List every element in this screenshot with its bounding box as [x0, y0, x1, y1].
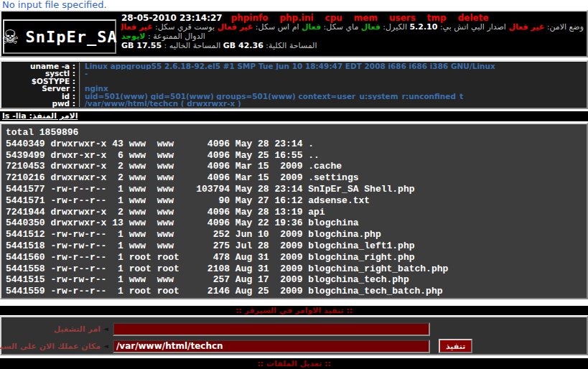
system-info-panel: uname -a : Linux appgroup55 2.6.18-92.el…	[0, 60, 588, 109]
command-form-panel: امر التشغيل ◄ مكان عملك الان على السيرفر…	[0, 316, 588, 355]
arrow-icon: ◄	[103, 343, 108, 350]
sysinfo-value-uname: Linux appgroup55 2.6.18-92.el5 #1 SMP Tu…	[80, 62, 587, 70]
disabled-functions-value: لايوجد	[121, 32, 146, 41]
disk-total-value: GB 42.36	[223, 41, 263, 50]
edit-files-section-header: :: تعديل الملفات ::	[0, 358, 588, 369]
curl-value: فعال	[361, 22, 381, 32]
sysinfo-value-sysctl: -	[80, 70, 587, 77]
arrow-icon: ◄	[103, 326, 108, 332]
sysinfo-value-id: uid=501(www) gid=501(www) groups=501(www…	[80, 93, 587, 100]
mysql-value: فعال	[302, 22, 321, 32]
listing-line: 7241944 drwxrwxr-x 2 www www 4096 May 28…	[6, 207, 587, 218]
skull-icon: ☠	[1, 27, 19, 47]
nav-link-delete[interactable]: delete	[458, 13, 489, 23]
php-version-label: اصدار البي اتش بي:	[437, 22, 508, 32]
listing-line: 7210216 drwxrwxr-x 2 www www 4096 Mar 15…	[6, 172, 587, 184]
datetime: 28-05-2010 23:14:27	[121, 13, 223, 23]
listing-line: 5439499 drwxr-xr-x 6 www www 4096 May 25…	[6, 150, 587, 162]
run-command-input[interactable]	[113, 322, 430, 336]
listing-line: 5441518 -rw-rw-r-- 1 www www 275 Jul 28 …	[6, 240, 587, 252]
nav-link-tmp[interactable]: tmp	[427, 13, 447, 23]
nav-link-mem[interactable]: mem	[354, 13, 378, 23]
disk-free-label: المساحة الخاليه :	[162, 41, 223, 50]
mssql-label: ام اس سكل:	[253, 22, 302, 32]
safe-mode-label: وضع الامن:	[544, 22, 584, 32]
working-directory-input[interactable]	[113, 340, 430, 353]
sysinfo-value-pwd: /var/www/html/techcn ( drwxrwxr-x )	[80, 100, 587, 107]
file-listing-output: total 1859896 5440349 drwxrwxr-x 43 www …	[0, 123, 588, 299]
listing-line: 5441558 -rw-r--r-- 1 root root 2108 Aug …	[6, 263, 587, 275]
header-info: 28-05-2010 23:14:27phpinfophp.inicpumemu…	[119, 11, 587, 56]
postgres-value: غير فعال	[121, 22, 153, 32]
sysinfo-value-ostype	[80, 78, 587, 85]
shell-title-box: ☠ SnIpEr_SA	[3, 19, 116, 54]
listing-line: total 1859896	[6, 127, 587, 139]
nav-link-php-ini[interactable]: php.ini	[279, 13, 313, 23]
listing-line: 7210453 drwxrwxr-x 2 www www 4096 Mar 15…	[6, 161, 587, 172]
php-version-value: 5.2.10	[409, 22, 437, 32]
listing-line: 5441577 -rw-r--r-- 1 www www 103794 May …	[6, 184, 587, 195]
listing-line: 5441512 -rw-rw-r-- 1 www www 252 Jun 10 …	[6, 229, 587, 240]
disk-free-value: GB 17.55	[121, 41, 162, 50]
listing-line: 5441571 -rw-r--r-- 1 www www 90 May 27 1…	[6, 195, 587, 207]
nav-link-users[interactable]: users	[389, 13, 416, 23]
nav-link-phpinfo[interactable]: phpinfo	[231, 13, 269, 23]
sysinfo-value-server: nginx	[80, 85, 587, 92]
working-directory-row: مكان عملك الان على السيرفر ◄ تنفيذ	[1, 337, 587, 355]
mssql-value: غير فعال	[218, 22, 253, 32]
header-nav-row: 28-05-2010 23:14:27phpinfophp.inicpumemu…	[121, 13, 584, 22]
working-directory-label: مكان عملك الان على السيرفر	[1, 342, 101, 351]
execute-button[interactable]: تنفيذ	[439, 339, 472, 353]
disk-space-row: المساحة الكلية: GB 42.36 المساحة الخاليه…	[121, 41, 584, 50]
nav-link-cpu[interactable]: cpu	[325, 13, 342, 23]
listing-line: 5441515 -rw-rw-r-- 1 www www 257 Aug 17 …	[6, 274, 587, 286]
mysql-label: ماي سكل:	[321, 22, 361, 32]
disabled-functions-row: الدوال الممنوعة : لايوجد	[121, 32, 584, 41]
run-command-label: امر التشغيل	[1, 324, 101, 334]
postgres-label: بوست قري سكل:	[153, 22, 218, 32]
sysinfo-label-pwd: pwd :	[1, 100, 80, 107]
safe-mode-value: غير فعال	[508, 22, 544, 32]
server-status-row: وضع الامن: غير فعال اصدار البي اتش بي: 5…	[121, 22, 584, 32]
shell-header: ☠ SnIpEr_SA 28-05-2010 23:14:27phpinfoph…	[0, 10, 588, 57]
listing-line: 5440350 drwxrwxr-x 13 www www 4096 May 2…	[6, 218, 587, 229]
executed-command-bar: الامر المنفذ: ls -lia	[0, 111, 588, 121]
listing-line: 5441560 -rw-r--r-- 1 root root 478 Aug 3…	[6, 252, 587, 263]
listing-line: 5441559 -rw-r--r-- 1 root root 2146 Aug …	[6, 286, 587, 297]
exec-section-header: :: تنفيذ الاوامر في السيرفر ::	[0, 306, 588, 315]
run-command-row: امر التشغيل ◄	[1, 320, 587, 337]
shell-title: SnIpEr_SA	[26, 28, 118, 46]
top-error-message: No input file specified.	[0, 0, 588, 10]
curl-label: الكيرل:	[381, 22, 410, 32]
disabled-functions-label: الدوال الممنوعة :	[146, 32, 205, 41]
listing-line: 5440349 drwxrwxr-x 43 www www 4096 May 2…	[6, 139, 587, 150]
disk-total-label: المساحة الكلية:	[263, 41, 317, 50]
